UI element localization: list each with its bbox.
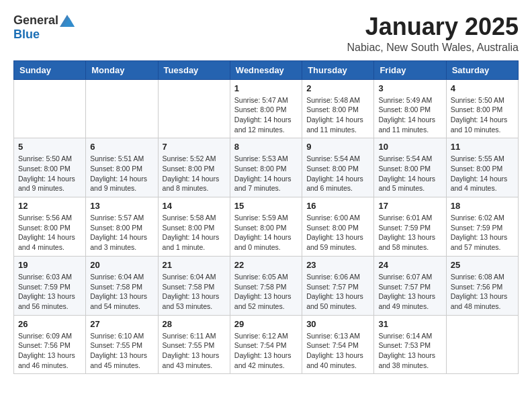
table-row [446,315,518,374]
table-row: 26Sunrise: 6:09 AM Sunset: 7:56 PM Dayli… [14,315,86,374]
cell-day-number: 12 [18,201,81,211]
cell-day-number: 1 [234,83,298,93]
table-row [86,79,158,138]
calendar-header-row: Sunday Monday Tuesday Wednesday Thursday… [14,60,519,79]
logo-general: General [13,13,58,28]
header-thursday: Thursday [302,60,374,79]
table-row: 12Sunrise: 5:56 AM Sunset: 8:00 PM Dayli… [14,197,86,257]
cell-day-number: 31 [378,319,441,329]
cell-day-number: 5 [18,142,81,152]
cell-day-number: 30 [306,319,369,329]
table-row: 30Sunrise: 6:13 AM Sunset: 7:54 PM Dayli… [302,315,374,374]
header-saturday: Saturday [446,60,518,79]
cell-daylight-info: Sunrise: 5:50 AM Sunset: 8:00 PM Dayligh… [18,154,81,193]
table-row: 13Sunrise: 5:57 AM Sunset: 8:00 PM Dayli… [86,197,158,257]
cell-daylight-info: Sunrise: 6:01 AM Sunset: 7:59 PM Dayligh… [378,213,441,253]
cell-day-number: 26 [18,319,81,329]
table-row: 29Sunrise: 6:12 AM Sunset: 7:54 PM Dayli… [230,315,302,374]
cell-day-number: 24 [378,260,441,270]
cell-day-number: 23 [306,260,369,270]
month-title: January 2025 [347,13,519,40]
logo-blue: Blue [13,28,40,41]
cell-day-number: 9 [306,142,369,152]
cell-day-number: 22 [234,260,298,270]
cell-day-number: 19 [18,260,81,270]
table-row: 16Sunrise: 6:00 AM Sunset: 8:00 PM Dayli… [302,197,374,257]
header-friday: Friday [374,60,446,79]
table-row: 11Sunrise: 5:55 AM Sunset: 8:00 PM Dayli… [446,138,518,197]
logo-icon [60,15,75,27]
cell-day-number: 13 [90,201,153,211]
calendar-week-row: 5Sunrise: 5:50 AM Sunset: 8:00 PM Daylig… [14,138,519,197]
cell-day-number: 25 [451,260,514,270]
cell-daylight-info: Sunrise: 5:57 AM Sunset: 8:00 PM Dayligh… [90,213,153,253]
title-block: January 2025 Nabiac, New South Wales, Au… [347,13,519,54]
cell-daylight-info: Sunrise: 6:04 AM Sunset: 7:58 PM Dayligh… [90,272,153,312]
cell-day-number: 18 [451,201,514,211]
table-row: 15Sunrise: 5:59 AM Sunset: 8:00 PM Dayli… [230,197,302,257]
table-row: 5Sunrise: 5:50 AM Sunset: 8:00 PM Daylig… [14,138,86,197]
cell-daylight-info: Sunrise: 6:08 AM Sunset: 7:56 PM Dayligh… [451,272,514,312]
table-row: 31Sunrise: 6:14 AM Sunset: 7:53 PM Dayli… [374,315,446,374]
cell-daylight-info: Sunrise: 5:54 AM Sunset: 8:00 PM Dayligh… [378,154,441,193]
cell-daylight-info: Sunrise: 5:48 AM Sunset: 8:00 PM Dayligh… [306,95,369,135]
cell-day-number: 11 [451,142,514,152]
header-sunday: Sunday [14,60,86,79]
table-row: 4Sunrise: 5:50 AM Sunset: 8:00 PM Daylig… [446,79,518,138]
cell-daylight-info: Sunrise: 5:52 AM Sunset: 8:00 PM Dayligh… [163,154,226,193]
cell-daylight-info: Sunrise: 5:51 AM Sunset: 8:00 PM Dayligh… [90,154,153,193]
cell-daylight-info: Sunrise: 5:47 AM Sunset: 8:00 PM Dayligh… [234,95,298,135]
table-row: 28Sunrise: 6:11 AM Sunset: 7:55 PM Dayli… [158,315,230,374]
header-tuesday: Tuesday [158,60,230,79]
table-row: 20Sunrise: 6:04 AM Sunset: 7:58 PM Dayli… [86,256,158,315]
cell-daylight-info: Sunrise: 5:49 AM Sunset: 8:00 PM Dayligh… [378,95,441,135]
cell-daylight-info: Sunrise: 6:05 AM Sunset: 7:58 PM Dayligh… [234,272,298,312]
table-row: 21Sunrise: 6:04 AM Sunset: 7:58 PM Dayli… [158,256,230,315]
cell-daylight-info: Sunrise: 6:12 AM Sunset: 7:54 PM Dayligh… [234,331,298,371]
calendar-week-row: 19Sunrise: 6:03 AM Sunset: 7:59 PM Dayli… [14,256,519,315]
cell-day-number: 14 [163,201,226,211]
cell-day-number: 17 [378,201,441,211]
cell-daylight-info: Sunrise: 5:53 AM Sunset: 8:00 PM Dayligh… [234,154,298,193]
cell-daylight-info: Sunrise: 6:00 AM Sunset: 8:00 PM Dayligh… [306,213,369,253]
table-row: 3Sunrise: 5:49 AM Sunset: 8:00 PM Daylig… [374,79,446,138]
table-row: 6Sunrise: 5:51 AM Sunset: 8:00 PM Daylig… [86,138,158,197]
cell-daylight-info: Sunrise: 6:03 AM Sunset: 7:59 PM Dayligh… [18,272,81,312]
page-header: General Blue January 2025 Nabiac, New So… [13,13,519,54]
header-wednesday: Wednesday [230,60,302,79]
cell-daylight-info: Sunrise: 6:10 AM Sunset: 7:55 PM Dayligh… [90,331,153,371]
cell-day-number: 20 [90,260,153,270]
table-row: 2Sunrise: 5:48 AM Sunset: 8:00 PM Daylig… [302,79,374,138]
cell-day-number: 6 [90,142,153,152]
table-row: 23Sunrise: 6:06 AM Sunset: 7:57 PM Dayli… [302,256,374,315]
cell-day-number: 28 [163,319,226,329]
table-row: 18Sunrise: 6:02 AM Sunset: 7:59 PM Dayli… [446,197,518,257]
table-row: 8Sunrise: 5:53 AM Sunset: 8:00 PM Daylig… [230,138,302,197]
calendar-week-row: 26Sunrise: 6:09 AM Sunset: 7:56 PM Dayli… [14,315,519,374]
table-row: 10Sunrise: 5:54 AM Sunset: 8:00 PM Dayli… [374,138,446,197]
location-subtitle: Nabiac, New South Wales, Australia [347,42,519,54]
cell-daylight-info: Sunrise: 6:14 AM Sunset: 7:53 PM Dayligh… [378,331,441,371]
cell-daylight-info: Sunrise: 6:06 AM Sunset: 7:57 PM Dayligh… [306,272,369,312]
cell-daylight-info: Sunrise: 6:11 AM Sunset: 7:55 PM Dayligh… [163,331,226,371]
cell-daylight-info: Sunrise: 6:04 AM Sunset: 7:58 PM Dayligh… [163,272,226,312]
cell-daylight-info: Sunrise: 5:55 AM Sunset: 8:00 PM Dayligh… [451,154,514,193]
table-row: 9Sunrise: 5:54 AM Sunset: 8:00 PM Daylig… [302,138,374,197]
cell-daylight-info: Sunrise: 5:54 AM Sunset: 8:00 PM Dayligh… [306,154,369,193]
calendar-week-row: 12Sunrise: 5:56 AM Sunset: 8:00 PM Dayli… [14,197,519,257]
table-row: 25Sunrise: 6:08 AM Sunset: 7:56 PM Dayli… [446,256,518,315]
cell-day-number: 15 [234,201,298,211]
cell-day-number: 2 [306,83,369,93]
table-row: 7Sunrise: 5:52 AM Sunset: 8:00 PM Daylig… [158,138,230,197]
table-row [14,79,86,138]
calendar-week-row: 1Sunrise: 5:47 AM Sunset: 8:00 PM Daylig… [14,79,519,138]
cell-daylight-info: Sunrise: 6:09 AM Sunset: 7:56 PM Dayligh… [18,331,81,371]
table-row: 1Sunrise: 5:47 AM Sunset: 8:00 PM Daylig… [230,79,302,138]
cell-daylight-info: Sunrise: 5:58 AM Sunset: 8:00 PM Dayligh… [163,213,226,253]
cell-day-number: 27 [90,319,153,329]
table-row: 19Sunrise: 6:03 AM Sunset: 7:59 PM Dayli… [14,256,86,315]
cell-day-number: 4 [451,83,514,93]
cell-daylight-info: Sunrise: 6:02 AM Sunset: 7:59 PM Dayligh… [451,213,514,253]
cell-daylight-info: Sunrise: 5:50 AM Sunset: 8:00 PM Dayligh… [451,95,514,135]
cell-day-number: 16 [306,201,369,211]
